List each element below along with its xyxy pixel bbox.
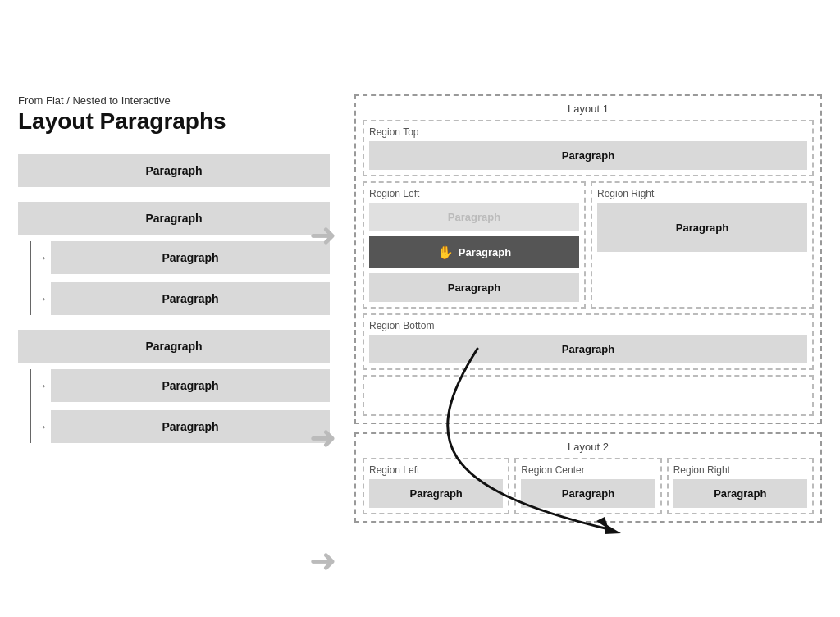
- layout2-center-label: Region Center: [521, 464, 655, 476]
- children-with-lines: → Paragraph → Paragraph: [18, 369, 330, 443]
- paragraph-block: Paragraph: [51, 410, 330, 443]
- layout-1-label: Layout 1: [363, 103, 814, 115]
- right-full: ➜ ➜ ➜ Layout 1 Region Top Paragraph Regi…: [354, 94, 822, 523]
- paragraph-ghost: Paragraph: [369, 203, 579, 231]
- child-item: → Paragraph: [36, 282, 330, 315]
- children-list: → Paragraph → Paragraph: [36, 369, 330, 443]
- main-container: From Flat / Nested to Interactive Layout…: [18, 78, 822, 539]
- layout2-region-center: Region Center Paragraph: [514, 458, 661, 514]
- layout-2-box: Layout 2 Region Left Paragraph Region Ce…: [354, 432, 822, 523]
- paragraph-block: Paragraph: [18, 154, 330, 187]
- paragraph-dragged[interactable]: ✋ Paragraph: [369, 236, 579, 268]
- right-arrow-icon: →: [36, 292, 48, 305]
- group-1: Paragraph: [18, 154, 330, 187]
- flat-to-layout-arrow-1: ➜: [309, 216, 337, 254]
- layout2-right-label: Region Right: [673, 464, 807, 476]
- right-arrow-icon: →: [36, 379, 48, 392]
- layout-2-label: Layout 2: [363, 441, 814, 453]
- region-left: Region Left Paragraph ✋ Paragraph Paragr…: [363, 181, 586, 308]
- paragraph-block: Paragraph: [18, 202, 330, 235]
- layout2-region-right: Region Right Paragraph: [667, 458, 814, 514]
- paragraph-left-3: Paragraph: [369, 273, 579, 302]
- child-item: → Paragraph: [36, 241, 330, 274]
- children-with-lines: → Paragraph → Paragraph: [18, 241, 330, 315]
- region-bottom: Region Bottom Paragraph: [363, 313, 814, 370]
- region-top: Region Top Paragraph: [363, 120, 814, 176]
- drop-target[interactable]: [363, 375, 814, 416]
- region-top-paragraph: Paragraph: [369, 141, 807, 170]
- right-arrow-icon: →: [36, 420, 48, 433]
- main-title: Layout Paragraphs: [18, 108, 330, 135]
- layout-1-box: Layout 1 Region Top Paragraph Region Lef…: [354, 94, 822, 424]
- region-bottom-label: Region Bottom: [369, 320, 807, 331]
- subtitle: From Flat / Nested to Interactive: [18, 94, 330, 107]
- left-panel: From Flat / Nested to Interactive Layout…: [18, 94, 330, 455]
- group-2: Paragraph → Paragraph → Paragraph: [18, 202, 330, 315]
- layout2-left-label: Region Left: [369, 464, 503, 476]
- children-list: → Paragraph → Paragraph: [36, 241, 330, 315]
- flat-to-layout-arrow-3: ➜: [309, 542, 337, 579]
- layout2-center-paragraph: Paragraph: [521, 479, 655, 508]
- layout2-region-left: Region Left Paragraph: [363, 458, 509, 514]
- flat-to-layout-arrow-2: ➜: [309, 418, 337, 456]
- child-item: → Paragraph: [36, 410, 330, 443]
- paragraph-block: Paragraph: [51, 282, 330, 315]
- layout2-right-paragraph: Paragraph: [673, 479, 807, 508]
- vertical-line: [18, 369, 36, 443]
- title-section: From Flat / Nested to Interactive Layout…: [18, 94, 330, 135]
- region-right: Region Right Paragraph: [591, 181, 814, 308]
- group-3: Paragraph → Paragraph → Paragraph: [18, 330, 330, 443]
- region-top-label: Region Top: [369, 126, 807, 138]
- paragraph-block: Paragraph: [18, 330, 330, 363]
- vertical-line: [18, 241, 36, 315]
- paragraph-block: Paragraph: [51, 241, 330, 274]
- region-bottom-paragraph: Paragraph: [369, 335, 807, 363]
- layout2-left-paragraph: Paragraph: [369, 479, 503, 508]
- child-item: → Paragraph: [36, 369, 330, 402]
- layout2-regions: Region Left Paragraph Region Center Para…: [363, 458, 814, 514]
- right-arrow-icon: →: [36, 251, 48, 264]
- hand-cursor-icon: ✋: [437, 245, 454, 260]
- paragraph-block: Paragraph: [51, 369, 330, 402]
- dragged-label: Paragraph: [459, 246, 511, 258]
- region-right-paragraph: Paragraph: [597, 203, 807, 252]
- region-left-label: Region Left: [369, 188, 579, 199]
- region-middle-row: Region Left Paragraph ✋ Paragraph Paragr…: [363, 181, 814, 308]
- region-right-label: Region Right: [597, 188, 807, 199]
